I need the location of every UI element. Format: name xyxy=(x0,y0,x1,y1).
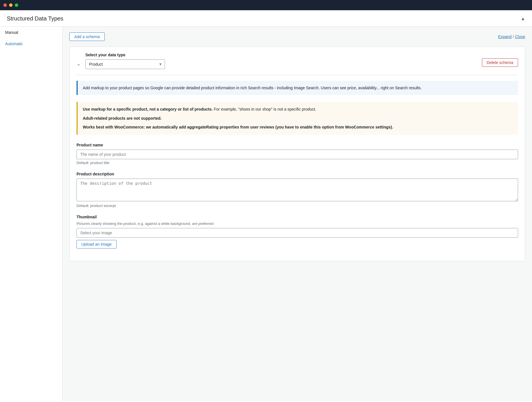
sidebar-label-manual: Manual xyxy=(5,30,18,35)
data-type-select-wrapper: Product Article FAQ HowTo Local Business… xyxy=(85,59,165,69)
expand-link[interactable]: Expand xyxy=(498,34,512,39)
schema-inner: ⌄ Select your data type Product Article … xyxy=(70,47,525,261)
info-yellow-line-3: Works best with WooCommerce: we automati… xyxy=(83,124,513,131)
sidebar-item-manual[interactable]: Manual xyxy=(0,27,62,38)
chevron-down-icon[interactable]: ⌄ xyxy=(77,61,81,67)
thumbnail-image-input[interactable] xyxy=(77,228,518,238)
product-name-hint: Default: product title xyxy=(77,161,518,165)
data-type-select[interactable]: Product Article FAQ HowTo Local Business… xyxy=(85,59,165,69)
link-separator: / xyxy=(513,34,514,39)
app-container: Structured Data Types ▲ Manual Automatic… xyxy=(0,10,532,402)
product-description-hint: Default: product excerpt xyxy=(77,204,518,208)
product-description-section: Product description Default: product exc… xyxy=(77,172,518,208)
info-yellow-line-2: Adult-related products are not supported… xyxy=(83,115,513,122)
sidebar: Manual Automatic xyxy=(0,27,63,401)
sidebar-label-automatic: Automatic xyxy=(5,42,23,46)
thumbnail-description: Pictures clearly showing the product, e.… xyxy=(77,221,518,226)
expand-close-links: Expand / Close xyxy=(498,34,525,39)
data-type-row: ⌄ Select your data type Product Article … xyxy=(77,53,518,69)
content-header: Add a schema Expand / Close xyxy=(69,32,525,41)
data-type-section: Select your data type Product Article FA… xyxy=(85,53,477,69)
titlebar xyxy=(0,0,532,10)
product-description-input[interactable] xyxy=(77,179,518,201)
info-yellow-text-1: For example, "shoes in our shop" is not … xyxy=(214,107,316,111)
info-yellow-bold-3: Works best with WooCommerce: we automati… xyxy=(83,125,393,129)
info-blue-text: Add markup to your product pages so Goog… xyxy=(83,86,422,90)
data-type-label: Select your data type xyxy=(85,53,477,57)
info-yellow-line-1: Use markup for a specific product, not a… xyxy=(83,106,513,113)
minimize-dot[interactable] xyxy=(9,3,13,7)
info-yellow-bold-1: Use markup for a specific product, not a… xyxy=(83,107,213,111)
app-title: Structured Data Types xyxy=(7,15,63,22)
main-layout: Manual Automatic Add a schema Expand / C… xyxy=(0,27,532,401)
schema-block: ⌄ Select your data type Product Article … xyxy=(69,47,525,261)
add-schema-button[interactable]: Add a schema xyxy=(69,32,105,41)
delete-schema-button[interactable]: Delete schema xyxy=(482,58,518,67)
thumbnail-label: Thumbnail xyxy=(77,215,518,219)
info-yellow-bold-2: Adult-related products are not supported… xyxy=(83,116,162,121)
upload-image-button[interactable]: Upload an Image xyxy=(77,240,117,248)
collapse-icon[interactable]: ▲ xyxy=(521,16,525,21)
info-box-blue: Add markup to your product pages so Goog… xyxy=(77,81,518,95)
divider xyxy=(77,75,518,75)
product-name-label: Product name xyxy=(77,143,518,147)
close-dot[interactable] xyxy=(3,3,7,7)
maximize-dot[interactable] xyxy=(15,3,18,7)
thumbnail-section: Thumbnail Pictures clearly showing the p… xyxy=(77,215,518,248)
info-box-yellow: Use markup for a specific product, not a… xyxy=(77,102,518,135)
product-name-section: Product name Default: product title xyxy=(77,143,518,165)
product-name-input[interactable] xyxy=(77,150,518,159)
close-link[interactable]: Close xyxy=(515,34,525,39)
product-description-label: Product description xyxy=(77,172,518,176)
content-area: Add a schema Expand / Close ⌄ Select you… xyxy=(63,27,532,401)
sidebar-item-automatic[interactable]: Automatic xyxy=(0,38,62,49)
app-header: Structured Data Types ▲ xyxy=(0,10,532,27)
